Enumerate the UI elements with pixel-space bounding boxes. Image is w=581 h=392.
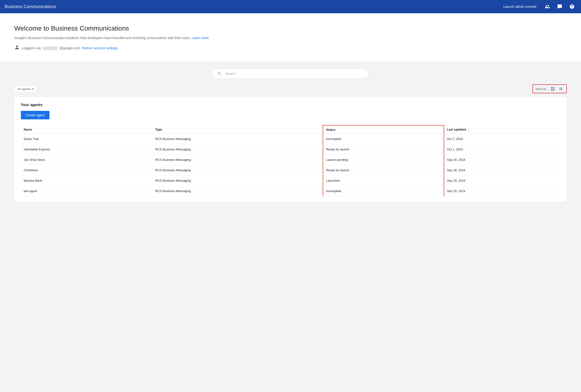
header-actions: Launch admin console — [501, 2, 576, 11]
view-controls: View as: — [533, 84, 567, 93]
agent-last-updated: Sep 25, 2024 — [444, 186, 560, 196]
logged-in-prefix: Logged in as — [22, 46, 41, 50]
list-view-button[interactable] — [558, 86, 564, 92]
agents-card: Your agents Create agent Name Type Statu… — [14, 97, 567, 202]
agents-tbody: Globo TrekRCS Business MessagingIncomple… — [21, 134, 560, 196]
search-container — [14, 69, 567, 79]
agent-type: RCS Business Messaging — [152, 134, 323, 144]
app-title: Business Communications — [5, 4, 56, 9]
table-row[interactable]: Globo TrekRCS Business MessagingIncomple… — [21, 134, 560, 144]
agents-table: Name Type Status Last updated ↓ Globo Tr… — [21, 125, 560, 196]
agent-name: ChowNow — [21, 165, 152, 176]
chevron-down-icon: ▾ — [32, 87, 34, 90]
search-bar — [212, 69, 369, 79]
main-content: All agents ▾ View as: Your agents Create… — [0, 61, 581, 210]
account-icon — [14, 44, 20, 52]
logged-in-row: Logged in as ██████ @google.com Partner … — [14, 44, 567, 52]
agent-status: Incomplete — [323, 134, 444, 144]
grid-view-button[interactable] — [550, 86, 556, 92]
learn-more-link[interactable]: Learn more — [192, 36, 209, 40]
agent-type: RCS Business Messaging — [152, 165, 323, 176]
table-row[interactable]: ChowNowRCS Business MessagingReady for l… — [21, 165, 560, 176]
table-row[interactable]: Interstellar ExpressRCS Business Messagi… — [21, 144, 560, 155]
agent-last-updated: Sep 26, 2024 — [444, 165, 560, 176]
table-header: Name Type Status Last updated ↓ — [21, 125, 560, 134]
agent-last-updated: Sep 25, 2024 — [444, 176, 560, 186]
email-domain: @google.com — [59, 46, 80, 50]
chat-icon — [557, 4, 562, 9]
agent-type: RCS Business Messaging — [152, 186, 323, 196]
help-icon — [570, 4, 575, 9]
create-agent-button[interactable]: Create agent — [21, 111, 49, 120]
welcome-description: Google's Business Communication products… — [14, 36, 567, 40]
table-row[interactable]: test agentRCS Business MessagingIncomple… — [21, 186, 560, 196]
welcome-title: Welcome to Business Communications — [14, 25, 567, 32]
col-name: Name — [21, 125, 152, 134]
view-as-label: View as: — [535, 87, 547, 91]
search-icon — [217, 71, 222, 76]
agent-last-updated: Oct 1, 2024 — [444, 144, 560, 155]
sort-down-icon: ↓ — [468, 128, 469, 131]
agents-section-title: Your agents — [21, 103, 560, 107]
col-last-updated[interactable]: Last updated ↓ — [444, 125, 560, 134]
agent-status: Ready for launch — [323, 144, 444, 155]
agent-name: Banana Bank — [21, 176, 152, 186]
partner-account-settings-link[interactable]: Partner account settings — [82, 46, 118, 50]
welcome-section: Welcome to Business Communications Googl… — [0, 13, 581, 61]
agent-name: Joe Shoe Store — [21, 155, 152, 165]
col-status: Status — [323, 125, 444, 134]
agent-name: test agent — [21, 186, 152, 196]
filter-label: All agents — [17, 87, 31, 91]
table-row[interactable]: Joe Shoe StoreRCS Business MessagingLaun… — [21, 155, 560, 165]
agent-name: Interstellar Express — [21, 144, 152, 155]
blurred-email: ██████ — [43, 46, 57, 50]
search-input[interactable] — [225, 72, 364, 76]
people-icon — [545, 4, 550, 9]
agent-last-updated: Sep 30, 2024 — [444, 155, 560, 165]
agent-status: Incomplete — [323, 186, 444, 196]
people-icon-button[interactable] — [543, 2, 552, 11]
agent-type: RCS Business Messaging — [152, 155, 323, 165]
agent-status: Launched — [323, 176, 444, 186]
agent-name: Globo Trek — [21, 134, 152, 144]
agent-type: RCS Business Messaging — [152, 176, 323, 186]
col-type: Type — [152, 125, 323, 134]
chat-icon-button[interactable] — [556, 2, 564, 11]
agent-type: RCS Business Messaging — [152, 144, 323, 155]
all-agents-filter[interactable]: All agents ▾ — [14, 86, 37, 92]
agent-status: Launch pending — [323, 155, 444, 165]
agent-last-updated: Oct 7, 2024 — [444, 134, 560, 144]
agent-status: Ready for launch — [323, 165, 444, 176]
app-header: Business Communications Launch admin con… — [0, 0, 581, 13]
launch-admin-console-button[interactable]: Launch admin console — [501, 3, 539, 10]
list-icon — [559, 87, 563, 91]
toolbar-row: All agents ▾ View as: — [14, 84, 567, 93]
grid-icon — [551, 87, 555, 91]
help-icon-button[interactable] — [568, 2, 576, 11]
table-row[interactable]: Banana BankRCS Business MessagingLaunche… — [21, 176, 560, 186]
